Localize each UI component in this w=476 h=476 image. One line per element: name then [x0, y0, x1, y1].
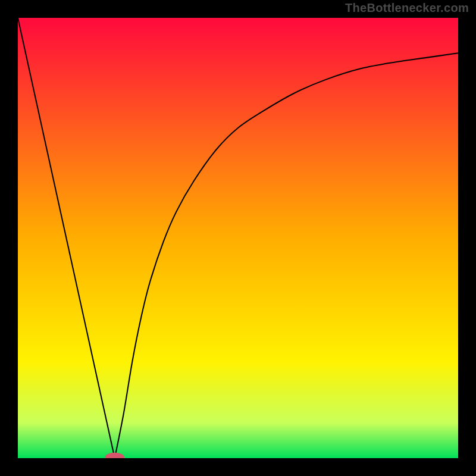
- attribution-label: TheBottlenecker.com: [345, 1, 469, 15]
- chart-frame: TheBottlenecker.com: [0, 0, 476, 476]
- plot-area: [18, 18, 458, 458]
- gradient-background: [18, 18, 458, 458]
- bottleneck-curve-chart: [18, 18, 458, 458]
